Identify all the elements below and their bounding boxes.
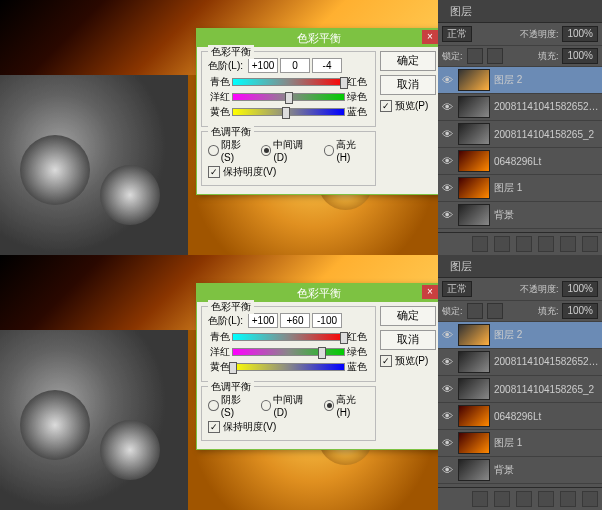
layer-row[interactable]: 👁0648296Lt: [438, 148, 602, 175]
visibility-icon[interactable]: 👁: [440, 410, 454, 422]
layer-thumbnail[interactable]: [458, 432, 490, 454]
visibility-icon[interactable]: 👁: [440, 329, 454, 341]
slider-track-1[interactable]: [232, 93, 345, 101]
layer-row[interactable]: 👁图层 1: [438, 430, 602, 457]
adjustment-icon[interactable]: [538, 236, 554, 252]
layer-thumbnail[interactable]: [458, 177, 490, 199]
preview-checkbox[interactable]: ✓预览(P): [380, 99, 436, 113]
layers-tab[interactable]: 图层: [444, 257, 478, 276]
visibility-icon[interactable]: 👁: [440, 209, 454, 221]
layer-thumbnail[interactable]: [458, 324, 490, 346]
slider-track-2[interactable]: [232, 108, 345, 116]
lock-pixels-icon[interactable]: [467, 48, 483, 64]
level-input-2[interactable]: -100: [312, 313, 342, 328]
tone-radio-2[interactable]: 高光(H): [324, 138, 369, 163]
visibility-icon[interactable]: 👁: [440, 437, 454, 449]
tone-radio-2[interactable]: 高光(H): [324, 393, 369, 418]
cancel-button[interactable]: 取消: [380, 75, 436, 95]
layer-name: 0648296Lt: [494, 156, 600, 167]
layer-row[interactable]: 👁背景: [438, 202, 602, 229]
visibility-icon[interactable]: 👁: [440, 101, 454, 113]
adjustment-icon[interactable]: [538, 491, 554, 507]
tone-radio-0[interactable]: 阴影(S): [208, 138, 253, 163]
visibility-icon[interactable]: 👁: [440, 74, 454, 86]
lock-position-icon[interactable]: [487, 48, 503, 64]
layer-thumbnail[interactable]: [458, 351, 490, 373]
cancel-button[interactable]: 取消: [380, 330, 436, 350]
opacity-field[interactable]: 100%: [562, 281, 598, 297]
new-layer-icon[interactable]: [560, 236, 576, 252]
layer-row[interactable]: 👁图层 2: [438, 322, 602, 349]
slider-thumb[interactable]: [318, 347, 326, 359]
slider-track-0[interactable]: [232, 333, 345, 341]
close-button[interactable]: ×: [422, 30, 438, 44]
visibility-icon[interactable]: 👁: [440, 356, 454, 368]
layer-row[interactable]: 👁图层 1: [438, 175, 602, 202]
new-layer-icon[interactable]: [560, 491, 576, 507]
level-input-1[interactable]: +60: [280, 313, 310, 328]
group-legend: 色彩平衡: [208, 300, 254, 314]
layer-row[interactable]: 👁2008114104158265_2: [438, 376, 602, 403]
mask-icon[interactable]: [494, 236, 510, 252]
slider-thumb[interactable]: [340, 77, 348, 89]
level-input-1[interactable]: 0: [280, 58, 310, 73]
lock-label: 锁定:: [442, 305, 463, 318]
trash-icon[interactable]: [582, 236, 598, 252]
preserve-luminosity-checkbox[interactable]: ✓保持明度(V): [208, 165, 369, 179]
level-input-0[interactable]: +100: [248, 58, 278, 73]
opacity-field[interactable]: 100%: [562, 26, 598, 42]
slider-thumb[interactable]: [285, 92, 293, 104]
level-input-2[interactable]: -4: [312, 58, 342, 73]
visibility-icon[interactable]: 👁: [440, 383, 454, 395]
layer-row[interactable]: 👁图层 2: [438, 67, 602, 94]
visibility-icon[interactable]: 👁: [440, 182, 454, 194]
layer-thumbnail[interactable]: [458, 150, 490, 172]
tone-radio-1[interactable]: 中间调(D): [261, 393, 316, 418]
layer-thumbnail[interactable]: [458, 378, 490, 400]
preview-checkbox[interactable]: ✓预览(P): [380, 354, 436, 368]
layer-thumbnail[interactable]: [458, 204, 490, 226]
slider-track-0[interactable]: [232, 78, 345, 86]
layer-row[interactable]: 👁背景: [438, 457, 602, 484]
blend-mode-select[interactable]: 正常: [442, 281, 472, 297]
folder-icon[interactable]: [516, 236, 532, 252]
fx-icon[interactable]: [472, 236, 488, 252]
fill-field[interactable]: 100%: [562, 48, 598, 64]
preserve-luminosity-checkbox[interactable]: ✓保持明度(V): [208, 420, 369, 434]
mask-icon[interactable]: [494, 491, 510, 507]
layer-thumbnail[interactable]: [458, 69, 490, 91]
lock-pixels-icon[interactable]: [467, 303, 483, 319]
blend-mode-select[interactable]: 正常: [442, 26, 472, 42]
fx-icon[interactable]: [472, 491, 488, 507]
ok-button[interactable]: 确定: [380, 306, 436, 326]
close-button[interactable]: ×: [422, 285, 438, 299]
layer-row[interactable]: 👁2008114104158265_2: [438, 121, 602, 148]
lock-position-icon[interactable]: [487, 303, 503, 319]
slider-thumb[interactable]: [229, 362, 237, 374]
trash-icon[interactable]: [582, 491, 598, 507]
slider-thumb[interactable]: [282, 107, 290, 119]
tone-radio-0[interactable]: 阴影(S): [208, 393, 253, 418]
ok-button[interactable]: 确定: [380, 51, 436, 71]
fill-label: 填充:: [538, 305, 559, 318]
visibility-icon[interactable]: 👁: [440, 464, 454, 476]
slider-track-2[interactable]: [232, 363, 345, 371]
layer-thumbnail[interactable]: [458, 459, 490, 481]
layer-name: 图层 2: [494, 328, 600, 342]
layer-thumbnail[interactable]: [458, 96, 490, 118]
visibility-icon[interactable]: 👁: [440, 155, 454, 167]
layer-thumbnail[interactable]: [458, 123, 490, 145]
slider-track-1[interactable]: [232, 348, 345, 356]
layer-row[interactable]: 👁20081141041582652 副本: [438, 94, 602, 121]
fill-field[interactable]: 100%: [562, 303, 598, 319]
layer-thumbnail[interactable]: [458, 405, 490, 427]
layer-row[interactable]: 👁20081141041582652 副本: [438, 349, 602, 376]
layer-row[interactable]: 👁0648296Lt: [438, 403, 602, 430]
layers-tab[interactable]: 图层: [444, 2, 478, 21]
visibility-icon[interactable]: 👁: [440, 128, 454, 140]
level-input-0[interactable]: +100: [248, 313, 278, 328]
folder-icon[interactable]: [516, 491, 532, 507]
color-balance-group: 色彩平衡色阶(L):+1000-4青色红色洋红绿色黄色蓝色: [201, 51, 376, 127]
tone-radio-1[interactable]: 中间调(D): [261, 138, 316, 163]
slider-thumb[interactable]: [340, 332, 348, 344]
